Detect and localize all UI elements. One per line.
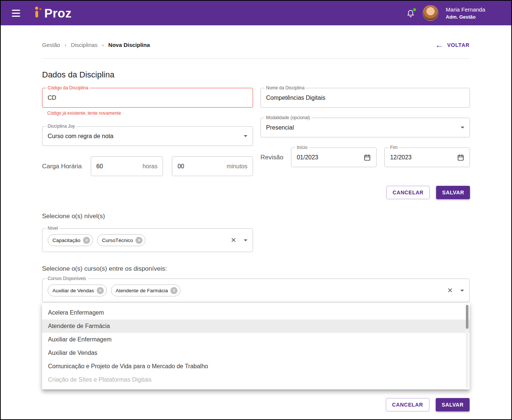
chevron-down-icon[interactable]: [461, 127, 464, 128]
cursos-field-label: Cursos Disponíveis: [46, 276, 87, 281]
page-title: Dados da Disciplina: [42, 70, 470, 80]
cursos-field-controls: ✕: [447, 287, 464, 294]
chip-delete-icon[interactable]: ✕: [135, 237, 143, 244]
chip-label: CursoTécnico: [102, 238, 133, 243]
disciplina-joy-label: Disciplina Joy: [46, 124, 76, 129]
fim-date-field[interactable]: Fim 12/2023: [384, 147, 470, 167]
divider: [42, 58, 470, 59]
codigo-disciplina-field[interactable]: Código da Disciplina CD: [42, 88, 253, 108]
chevron-down-icon[interactable]: [244, 135, 247, 137]
chevron-right-icon: ›: [64, 42, 66, 48]
codigo-error-message: Código já existente, tente novamente: [47, 111, 253, 116]
save-button[interactable]: SALVAR: [436, 398, 470, 411]
carga-horaria-row: Carga Horária 60 horas 00 minutos: [42, 156, 253, 176]
clear-icon[interactable]: ✕: [447, 287, 453, 294]
modalidade-value: Presencial: [266, 124, 294, 131]
breadcrumb-row: Gestão › Disciplinas › Nova Disciplina ←…: [42, 41, 470, 49]
cancel-button[interactable]: CANCELAR: [386, 398, 429, 411]
brand-name: Proz: [44, 7, 72, 19]
nome-disciplina-field[interactable]: Nome da Disciplina Competências Digitais: [260, 88, 470, 108]
chevron-down-icon[interactable]: [244, 239, 247, 241]
calendar-icon[interactable]: [457, 154, 464, 161]
nivel-chips: Capacitação ✕ CursoTécnico ✕: [48, 234, 145, 246]
modalidade-label: Modalidade (opcional): [265, 115, 311, 120]
disciplina-joy-value: Curso com regra de nota: [48, 133, 113, 140]
form-right-column: Nome da Disciplina Competências Digitais…: [260, 88, 470, 199]
minutos-field[interactable]: 00 minutos: [172, 156, 253, 176]
form-actions: CANCELAR SALVAR: [260, 186, 470, 199]
chip-label: Auxiliar de Vendas: [52, 288, 94, 293]
chevron-down-icon[interactable]: [460, 290, 464, 292]
option-atendente-de-farmacia[interactable]: Atendente de Farmácia: [42, 319, 470, 333]
notification-status-dot: [413, 8, 416, 11]
disciplina-joy-select[interactable]: Disciplina Joy Curso com regra de nota: [42, 126, 253, 146]
codigo-disciplina-value: CD: [48, 95, 56, 101]
option-acelera-enfermagem[interactable]: Acelera Enfermagem: [42, 306, 470, 319]
fim-value: 12/2023: [390, 154, 412, 161]
brand-icon: [34, 6, 42, 20]
cursos-multiselect[interactable]: Cursos Disponíveis Auxiliar de Vendas ✕ …: [42, 279, 470, 302]
user-name: Maria Fernanda: [446, 6, 485, 13]
revisao-row: Revisão Início 01/2023 Fim 12: [260, 147, 470, 167]
horas-suffix: horas: [143, 163, 157, 170]
cursos-section-label: Selecione o(s) curso(s) entre os disponí…: [42, 265, 470, 273]
breadcrumb: Gestão › Disciplinas › Nova Disciplina: [42, 42, 150, 48]
save-button[interactable]: SALVAR: [436, 186, 470, 199]
chip-auxiliar-de-vendas[interactable]: Auxiliar de Vendas ✕: [48, 284, 107, 296]
form-grid: Código da Disciplina CD Código já existe…: [42, 88, 470, 199]
user-role: Adm. Gestão: [446, 14, 485, 20]
brand-logo: Proz: [34, 6, 72, 20]
clear-icon[interactable]: ✕: [231, 237, 236, 244]
menu-icon[interactable]: [12, 10, 20, 17]
breadcrumb-disciplinas[interactable]: Disciplinas: [71, 42, 97, 48]
back-label: VOLTAR: [447, 42, 470, 48]
minutos-suffix: minutos: [227, 163, 247, 170]
cancel-button[interactable]: CANCELAR: [386, 186, 430, 199]
breadcrumb-current: Nova Disciplina: [108, 42, 150, 48]
fim-label: Fim: [388, 145, 399, 150]
chevron-right-icon: ›: [102, 42, 104, 48]
option-auxiliar-de-vendas[interactable]: Auxiliar de Vendas: [42, 346, 470, 360]
user-info: Maria Fernanda Adm. Gestão: [446, 6, 485, 20]
back-button[interactable]: ← VOLTAR: [435, 41, 470, 49]
main-content: Gestão › Disciplinas › Nova Disciplina ←…: [1, 41, 511, 411]
calendar-icon[interactable]: [364, 154, 371, 161]
appbar-right: Maria Fernanda Adm. Gestão: [406, 5, 485, 21]
niveis-section-label: Selecione o(s) nível(s): [42, 213, 470, 220]
chip-atendente-de-farmacia[interactable]: Atendente de Farmácia ✕: [111, 284, 180, 296]
horas-field[interactable]: 60 horas: [91, 156, 163, 176]
page: Proz Maria Fernanda Adm. Gestão Gestão ›: [0, 0, 512, 420]
footer-actions: CANCELAR SALVAR: [42, 398, 470, 411]
cursos-options-panel: Acelera Enfermagem Atendente de Farmácia…: [42, 303, 470, 389]
modalidade-select[interactable]: Modalidade (opcional) Presencial: [260, 118, 470, 137]
inicio-label: Início: [295, 145, 309, 150]
chip-delete-icon[interactable]: ✕: [170, 287, 177, 294]
nivel-field-label: Nível: [46, 226, 59, 231]
option-comunicacao-projeto-vida[interactable]: Comunicação e Projeto de Vida para o Mer…: [42, 360, 470, 373]
chip-capacitacao[interactable]: Capacitação ✕: [48, 234, 93, 246]
nivel-field-controls: ✕: [231, 237, 247, 244]
notifications-bell-icon[interactable]: [406, 9, 415, 18]
arrow-left-icon: ←: [435, 41, 444, 49]
revisao-label: Revisão: [260, 154, 283, 161]
chip-label: Capacitação: [52, 238, 80, 243]
minutos-value: 00: [177, 163, 184, 170]
carga-horaria-label: Carga Horária: [42, 163, 82, 170]
codigo-disciplina-label: Código da Disciplina: [46, 85, 90, 90]
chip-label: Atendente de Farmácia: [116, 288, 168, 293]
chip-cursotecnico[interactable]: CursoTécnico ✕: [97, 234, 145, 246]
option-auxiliar-de-enfermagem[interactable]: Auxiliar de Enfermagem: [42, 333, 470, 346]
avatar[interactable]: [423, 5, 438, 21]
inicio-date-field[interactable]: Início 01/2023: [291, 147, 377, 167]
scrollbar-thumb[interactable]: [466, 305, 468, 329]
form-left-column: Código da Disciplina CD Código já existe…: [42, 88, 253, 199]
cursos-chips: Auxiliar de Vendas ✕ Atendente de Farmác…: [48, 284, 180, 296]
scrollbar-track: [466, 304, 468, 388]
nome-disciplina-label: Nome da Disciplina: [265, 85, 306, 90]
chip-delete-icon[interactable]: ✕: [83, 237, 90, 244]
option-criacao-sites-plataformas: Criação de SItes e Plataformas Digitais: [42, 373, 470, 386]
app-bar: Proz Maria Fernanda Adm. Gestão: [1, 1, 511, 25]
chip-delete-icon[interactable]: ✕: [97, 287, 104, 294]
breadcrumb-gestao[interactable]: Gestão: [42, 42, 60, 48]
nivel-multiselect[interactable]: Nível Capacitação ✕ CursoTécnico ✕ ✕: [42, 228, 253, 252]
